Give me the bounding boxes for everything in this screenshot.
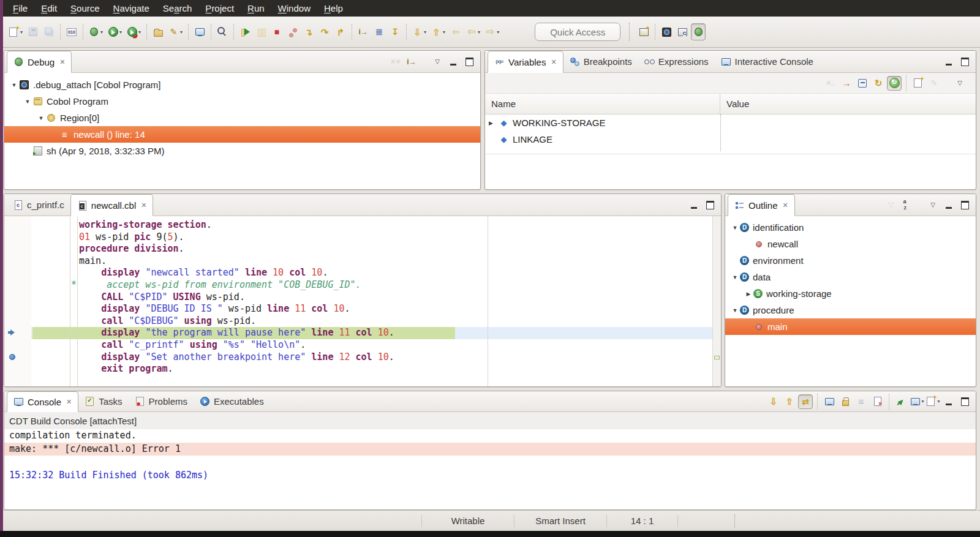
variables-table-header[interactable]: NameValue bbox=[485, 94, 976, 115]
debug-tree-item-region-0[interactable]: ▼Region[0] bbox=[4, 110, 480, 126]
refresh-button[interactable] bbox=[871, 76, 886, 91]
outline-tree[interactable]: ▼identificationnewcallenvironment▼data▶w… bbox=[725, 216, 976, 335]
variables-tab-expressions[interactable]: Expressions bbox=[638, 51, 715, 72]
console-tab-problems[interactable]: Problems bbox=[129, 391, 194, 411]
last-edit-location-button[interactable] bbox=[448, 23, 463, 40]
use-step-filters-button[interactable] bbox=[372, 23, 386, 40]
code-editor[interactable]: working-storage section.01 ws-pid pic 9(… bbox=[31, 216, 712, 386]
maximize-button[interactable] bbox=[957, 54, 972, 69]
console-tab-executables[interactable]: Executables bbox=[194, 391, 270, 411]
variable-row-linkage[interactable]: LINKAGE bbox=[485, 131, 976, 148]
dropdown-arrow-icon[interactable]: ▾ bbox=[20, 29, 23, 35]
column-header-value[interactable]: Value bbox=[720, 99, 749, 109]
menu-file[interactable]: File bbox=[6, 0, 34, 17]
chevron-down-icon[interactable]: ▼ bbox=[730, 225, 740, 231]
c-cpp-perspective-button[interactable] bbox=[675, 23, 690, 40]
link-with-editor-button[interactable] bbox=[884, 198, 899, 212]
remove-all-terminated-button[interactable] bbox=[388, 54, 403, 69]
minimize-button[interactable] bbox=[446, 54, 461, 69]
cobol-perspective-button[interactable] bbox=[659, 23, 674, 40]
menu-navigate[interactable]: Navigate bbox=[107, 0, 156, 17]
menu-search[interactable]: Search bbox=[156, 0, 199, 17]
sort-button[interactable] bbox=[900, 198, 914, 212]
maximize-button[interactable] bbox=[957, 394, 972, 409]
scroll-to-bottom-button[interactable] bbox=[766, 394, 781, 409]
variables-tab-breakpoints[interactable]: Breakpoints bbox=[564, 51, 638, 72]
pin-console-button[interactable] bbox=[894, 394, 908, 409]
variables-tab-variables[interactable]: Variables✕ bbox=[488, 51, 564, 73]
disconnect-button[interactable] bbox=[285, 23, 300, 40]
chevron-right-icon[interactable]: ▶ bbox=[489, 120, 499, 126]
step-over-button[interactable] bbox=[317, 23, 332, 40]
outline-item-newcall[interactable]: newcall bbox=[725, 236, 976, 252]
editor-gutter[interactable] bbox=[4, 216, 31, 386]
chevron-down-icon[interactable]: ▼ bbox=[36, 115, 46, 121]
chevron-down-icon[interactable]: ▼ bbox=[9, 82, 19, 88]
debug-button[interactable]: ▾ bbox=[87, 23, 105, 40]
remote-console-button[interactable] bbox=[192, 23, 207, 40]
open-console-button[interactable]: ▾ bbox=[925, 394, 940, 409]
console-output[interactable]: compilation terminated.make: *** [c/newc… bbox=[4, 429, 976, 482]
minimize-button[interactable] bbox=[941, 394, 956, 409]
overview-ruler[interactable] bbox=[712, 216, 721, 386]
suspend-button[interactable] bbox=[254, 23, 268, 40]
dropdown-arrow-icon[interactable]: ▾ bbox=[424, 29, 426, 35]
variable-row-working-storage[interactable]: ▶WORKING-STORAGE bbox=[485, 115, 976, 131]
menu-help[interactable]: Help bbox=[317, 0, 350, 17]
dropdown-arrow-icon[interactable]: ▾ bbox=[938, 399, 940, 404]
menu-source[interactable]: Source bbox=[64, 0, 107, 17]
auto-refresh-button[interactable] bbox=[887, 76, 902, 91]
dropdown-arrow-icon[interactable]: ▾ bbox=[443, 29, 445, 35]
dropdown-arrow-icon[interactable]: ▾ bbox=[478, 29, 480, 35]
show-console-when-changed-button[interactable] bbox=[798, 394, 813, 409]
editor-tab-newcall-cbl[interactable]: newcall.cbl✕ bbox=[70, 194, 154, 216]
maximize-button[interactable] bbox=[462, 54, 477, 69]
save-button[interactable] bbox=[26, 23, 40, 40]
outline-item-identification[interactable]: ▼identification bbox=[725, 219, 976, 236]
maximize-button[interactable] bbox=[703, 198, 717, 212]
save-all-button[interactable] bbox=[42, 23, 56, 40]
close-icon[interactable]: ✕ bbox=[141, 201, 146, 209]
drop-to-frame-button[interactable] bbox=[388, 23, 402, 40]
pin-view-button[interactable] bbox=[927, 76, 941, 91]
profile-button[interactable]: ▾ bbox=[125, 23, 143, 40]
scroll-to-top-button[interactable] bbox=[782, 394, 797, 409]
close-icon[interactable]: ✕ bbox=[66, 398, 72, 406]
variables-table[interactable]: ▶WORKING-STORAGELINKAGE bbox=[485, 115, 976, 148]
word-wrap-button[interactable] bbox=[854, 394, 869, 409]
maximize-button[interactable] bbox=[957, 198, 972, 212]
close-icon[interactable]: ✕ bbox=[551, 58, 556, 66]
minimize-button[interactable] bbox=[687, 198, 701, 212]
mark-occurrences-button[interactable] bbox=[215, 23, 230, 40]
show-stdout-button[interactable] bbox=[822, 394, 837, 409]
outline-tab-outline[interactable]: Outline✕ bbox=[728, 194, 795, 216]
scroll-lock-button[interactable] bbox=[838, 394, 853, 409]
previous-annotation-button[interactable]: ▾ bbox=[429, 23, 447, 40]
close-icon[interactable]: ✕ bbox=[783, 201, 788, 209]
minimize-button[interactable] bbox=[941, 198, 956, 212]
close-icon[interactable]: ✕ bbox=[59, 58, 65, 66]
edit-button[interactable]: ▾ bbox=[167, 23, 184, 40]
variables-tab-interactive-console[interactable]: Interactive Console bbox=[715, 51, 820, 72]
run-button[interactable]: ▾ bbox=[106, 23, 124, 40]
dropdown-arrow-icon[interactable]: ▾ bbox=[497, 29, 499, 35]
next-annotation-button[interactable]: ▾ bbox=[410, 23, 428, 40]
chevron-down-icon[interactable]: ▼ bbox=[730, 307, 740, 314]
debug-tab-debug[interactable]: Debug✕ bbox=[7, 51, 72, 73]
view-menu-button[interactable] bbox=[925, 198, 940, 212]
open-element-button[interactable] bbox=[151, 23, 165, 40]
resume-button[interactable] bbox=[238, 23, 252, 40]
dropdown-arrow-icon[interactable]: ▾ bbox=[138, 29, 141, 35]
debug-tree-item-cobol-program[interactable]: ▼Cobol Program bbox=[4, 93, 480, 110]
overview-ruler-marker[interactable] bbox=[714, 356, 720, 359]
outline-item-procedure[interactable]: ▼procedure bbox=[725, 302, 976, 318]
quick-access[interactable]: Quick Access bbox=[535, 23, 620, 41]
outline-item-working-storage[interactable]: ▶working-storage bbox=[725, 285, 976, 302]
clear-console-button[interactable] bbox=[870, 394, 884, 409]
menu-window[interactable]: Window bbox=[271, 0, 317, 17]
debug-tree-item-sh-apr-9-2018-3-32-33-pm[interactable]: sh (Apr 9, 2018, 3:32:33 PM) bbox=[4, 143, 480, 159]
menu-project[interactable]: Project bbox=[198, 0, 241, 17]
debug-tree-item-newcall-line-14[interactable]: newcall () line: 14 bbox=[4, 126, 480, 143]
debug-tree[interactable]: ▼.debug_attach [Cobol Program]▼Cobol Pro… bbox=[4, 73, 480, 159]
minimize-button[interactable] bbox=[941, 54, 956, 69]
